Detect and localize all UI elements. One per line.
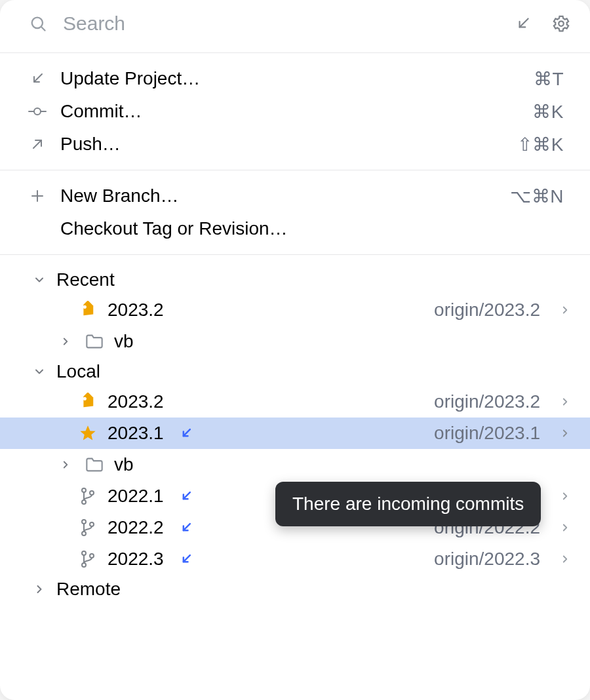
gear-icon-button[interactable] <box>549 12 573 35</box>
menu-item-label: Update Project… <box>60 68 522 89</box>
group-label: Recent <box>56 269 115 290</box>
menu-item-shortcut: ⌘T <box>534 68 564 90</box>
svg-point-3 <box>559 21 564 26</box>
remote-label: origin/2022.3 <box>434 549 540 570</box>
folder-icon <box>84 454 105 475</box>
group-remote[interactable]: Remote <box>0 575 590 604</box>
svg-point-21 <box>90 522 94 526</box>
update-icon-button[interactable] <box>511 12 535 35</box>
svg-point-11 <box>83 305 87 309</box>
chevron-right-icon <box>556 424 574 442</box>
update-project-menu-item[interactable]: Update Project… ⌘T <box>0 62 590 95</box>
vcs-branches-panel: Update Project… ⌘T Commit… ⌘K Push… ⇧⌘K … <box>0 0 590 700</box>
new-branch-menu-item[interactable]: New Branch… ⌥⌘N <box>0 180 590 212</box>
svg-point-24 <box>82 563 86 567</box>
svg-line-22 <box>183 524 189 530</box>
branch-icon <box>77 517 98 538</box>
incoming-arrow-icon <box>177 424 195 442</box>
arrow-up-right-icon <box>26 133 49 155</box>
svg-line-1 <box>41 27 45 30</box>
branch-item-2022-3[interactable]: 2022.3 origin/2022.3 <box>0 543 590 575</box>
branch-icon <box>77 549 98 570</box>
branch-name: 2022.1 <box>108 486 164 507</box>
branches-tree: Recent 2023.2 origin/2023.2 vb <box>0 255 590 623</box>
svg-line-18 <box>183 492 189 499</box>
tag-icon <box>77 391 98 412</box>
incoming-arrow-icon <box>177 487 195 505</box>
folder-icon <box>84 331 105 352</box>
commit-menu-item[interactable]: Commit… ⌘K <box>0 95 590 128</box>
chevron-right-icon <box>556 301 574 319</box>
chevron-right-icon <box>58 334 73 349</box>
group-recent[interactable]: Recent <box>0 265 590 294</box>
svg-line-4 <box>34 74 42 82</box>
remote-label: origin/2023.2 <box>434 391 540 412</box>
group-local[interactable]: Local <box>0 357 590 386</box>
remote-label: origin/2023.2 <box>434 300 540 321</box>
folder-vb[interactable]: vb <box>0 326 590 357</box>
menu-item-label: New Branch… <box>60 185 498 206</box>
tag-icon <box>77 300 98 321</box>
group-label: Local <box>56 361 100 382</box>
header <box>0 0 590 52</box>
branch-name: 2022.2 <box>108 517 164 538</box>
chevron-right-icon <box>556 550 574 568</box>
menu-item-shortcut: ⌥⌘N <box>510 185 564 207</box>
folder-vb-local[interactable]: vb <box>0 449 590 480</box>
branch-item-2023-2-local[interactable]: 2023.2 origin/2023.2 <box>0 386 590 418</box>
chevron-right-icon <box>556 487 574 505</box>
plus-icon <box>26 185 49 207</box>
svg-point-25 <box>90 554 94 558</box>
svg-point-17 <box>90 491 94 495</box>
svg-point-15 <box>82 488 86 492</box>
svg-point-23 <box>82 551 86 555</box>
svg-marker-13 <box>80 425 95 440</box>
branch-icon <box>77 486 98 507</box>
menu-item-label: Commit… <box>60 101 521 122</box>
incoming-commits-tooltip: There are incoming commits <box>275 482 541 526</box>
branch-name: 2023.2 <box>108 300 164 321</box>
search-icon <box>26 12 50 35</box>
svg-point-19 <box>82 520 86 524</box>
menu-item-label: Checkout Tag or Revision… <box>60 218 564 239</box>
branch-name: 2022.3 <box>108 549 164 570</box>
svg-line-8 <box>33 140 41 148</box>
arrow-down-left-icon <box>26 68 49 90</box>
branch-name: 2023.2 <box>108 391 164 412</box>
menu-item-shortcut: ⇧⌘K <box>517 134 564 155</box>
menu-item-label: Push… <box>60 134 505 155</box>
push-menu-item[interactable]: Push… ⇧⌘K <box>0 128 590 161</box>
vcs-actions-section: Update Project… ⌘T Commit… ⌘K Push… ⇧⌘K <box>0 53 590 170</box>
branch-item-2023-2[interactable]: 2023.2 origin/2023.2 <box>0 294 590 326</box>
chevron-down-icon <box>31 364 47 379</box>
chevron-down-icon <box>31 272 47 288</box>
search-wrap <box>26 12 501 35</box>
chevron-right-icon <box>556 393 574 411</box>
branch-actions-section: New Branch… ⌥⌘N Checkout Tag or Revision… <box>0 170 590 254</box>
svg-point-16 <box>82 500 86 504</box>
group-label: Remote <box>56 579 121 600</box>
folder-name: vb <box>114 454 134 475</box>
svg-point-20 <box>82 532 86 535</box>
incoming-arrow-icon <box>177 518 195 537</box>
svg-point-12 <box>83 397 87 400</box>
search-input[interactable] <box>62 12 501 35</box>
branch-item-2023-1[interactable]: 2023.1 origin/2023.1 <box>0 418 590 449</box>
chevron-right-icon <box>58 457 73 473</box>
header-actions <box>511 12 573 35</box>
svg-line-26 <box>183 555 189 562</box>
folder-name: vb <box>114 331 134 352</box>
svg-line-14 <box>183 429 189 436</box>
svg-line-2 <box>520 18 528 27</box>
chevron-right-icon <box>31 581 47 597</box>
branch-name: 2023.1 <box>108 423 164 444</box>
incoming-arrow-icon <box>177 550 195 568</box>
commit-icon <box>26 100 49 123</box>
remote-label: origin/2023.1 <box>434 423 540 444</box>
menu-item-shortcut: ⌘K <box>532 101 564 123</box>
star-icon <box>77 423 98 444</box>
checkout-tag-menu-item[interactable]: Checkout Tag or Revision… <box>0 212 590 245</box>
chevron-right-icon <box>556 518 574 537</box>
svg-point-6 <box>34 108 41 115</box>
